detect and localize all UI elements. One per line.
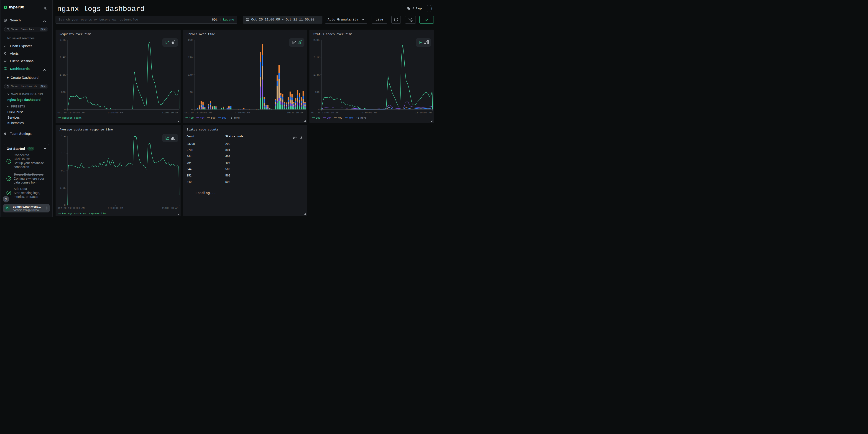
- svg-text:400: 400: [189, 116, 193, 119]
- svg-text:9:30:00 PM: 9:30:00 PM: [361, 111, 376, 114]
- svg-text:10:30:00 AM: 10:30:00 AM: [287, 111, 303, 114]
- svg-text:502: 502: [222, 116, 226, 119]
- svg-text:500: 500: [211, 116, 215, 119]
- svg-text:700: 700: [315, 91, 319, 93]
- svg-text:0.7: 0.7: [61, 169, 66, 172]
- svg-text:11:00:00 AM: 11:00:00 AM: [415, 111, 432, 114]
- svg-text:404: 404: [349, 116, 353, 119]
- svg-text:Oct 20 11:00:00 AM: Oct 20 11:00:00 AM: [311, 111, 338, 114]
- svg-text:9:30:00 PM: 9:30:00 PM: [108, 207, 123, 210]
- svg-text:0: 0: [64, 204, 66, 207]
- svg-text:Average upstream response time: Average upstream response time: [62, 212, 107, 215]
- svg-text:400: 400: [338, 116, 342, 119]
- svg-text:0.35: 0.35: [59, 187, 65, 189]
- svg-text:9:30:00 PM: 9:30:00 PM: [235, 111, 250, 114]
- svg-text:140: 140: [188, 73, 193, 76]
- svg-text:+3 more: +3 more: [356, 116, 366, 119]
- svg-text:1.4: 1.4: [61, 135, 66, 138]
- svg-text:1.6K: 1.6K: [59, 73, 66, 76]
- svg-text:280: 280: [188, 38, 193, 41]
- svg-text:2.8K: 2.8K: [313, 38, 319, 41]
- svg-text:2.4K: 2.4K: [59, 56, 66, 59]
- svg-text:9:30:00 PM: 9:30:00 PM: [108, 111, 123, 114]
- svg-text:11:00:00 AM: 11:00:00 AM: [162, 207, 178, 210]
- svg-text:200: 200: [316, 116, 320, 119]
- svg-text:Request count: Request count: [62, 116, 82, 119]
- svg-text:Oct 20 11:00:00 AM: Oct 20 11:00:00 AM: [57, 111, 85, 114]
- svg-text:404: 404: [200, 116, 205, 119]
- svg-text:1.4K: 1.4K: [313, 73, 319, 76]
- svg-text:2.1K: 2.1K: [313, 56, 319, 59]
- svg-text:800: 800: [61, 91, 66, 93]
- svg-text:0: 0: [318, 108, 319, 111]
- svg-text:+1 more: +1 more: [229, 116, 240, 119]
- svg-text:3.2K: 3.2K: [59, 38, 66, 41]
- svg-text:0: 0: [64, 108, 66, 111]
- svg-text:210: 210: [188, 56, 193, 59]
- svg-text:Oct 20 11:00:00 AM: Oct 20 11:00:00 AM: [184, 111, 212, 114]
- svg-text:70: 70: [189, 91, 192, 93]
- svg-text:304: 304: [327, 116, 331, 119]
- svg-text:Oct 20 11:00:00 AM: Oct 20 11:00:00 AM: [57, 207, 85, 210]
- svg-text:11:00:00 AM: 11:00:00 AM: [162, 111, 178, 114]
- svg-text:0: 0: [191, 108, 193, 111]
- svg-text:1.1: 1.1: [61, 152, 66, 155]
